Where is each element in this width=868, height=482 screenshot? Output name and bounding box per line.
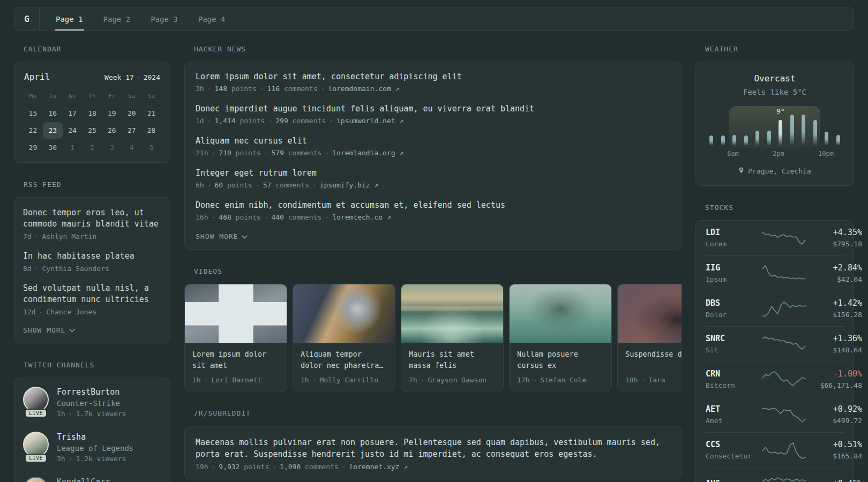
story-title[interactable]: Aliquam nec cursus elit [196,136,670,146]
rss-item-title[interactable]: Donec tempor eros leo, ut commodo mauris… [23,207,161,230]
calendar-widget: April Week 17·2024 MoTuWeThFrSaSu1516171… [14,62,170,163]
calendar-day: 20 [122,105,141,122]
twitch-channel-item[interactable]: LIVETrishaLeague of Legends3h·1.2k viewe… [23,432,161,463]
calendar-week-year: Week 17·2024 [104,73,160,81]
video-thumbnail[interactable] [618,284,682,343]
stock-percent-change: +1.42% [806,298,862,308]
weather-bar [732,135,736,146]
channel-avatar[interactable] [23,387,49,412]
external-link[interactable]: ipsumworld.net ↗ [336,117,403,125]
video-title[interactable]: Suspendisse diam [625,349,682,371]
stock-symbol[interactable]: DBS [706,298,761,308]
stock-row[interactable]: DBSDolor+1.42%$156.28 [705,291,845,326]
weather-bar [744,135,748,146]
stock-sparkline [761,475,806,482]
video-title[interactable]: Aliquam tempor dolor nec pharetra… [301,349,387,371]
section-title-rss: RSS FEED [24,180,170,189]
hackernews-section: HACKER NEWS Lorem ipsum dolor sit amet, … [184,45,682,250]
stock-identity: IIGIpsum [706,263,761,283]
hackernews-show-more-button[interactable]: SHOW MORE [196,232,670,240]
stock-row[interactable]: CRNBitcorn-1.00%$66,171.48 [705,362,845,397]
channel-avatar[interactable] [23,477,49,482]
channel-meta: 1h·1.7k viewers [57,410,126,418]
live-badge: LIVE [26,455,46,462]
stock-row[interactable]: LDILorem+4.35%$795.18 [705,221,845,255]
calendar-day: 19 [102,105,122,122]
story-title[interactable]: Donec enim nibh, condimentum et accumsan… [196,200,670,210]
rss-show-more-button[interactable]: SHOW MORE [23,326,161,334]
external-link[interactable]: loremnet.xyz ↗ [349,463,408,471]
subreddit-post-list: Maecenas mollis pulvinar erat non posuer… [196,436,670,471]
separator-dot: · [35,232,39,240]
separator-dot: · [325,149,329,157]
external-link[interactable]: loremlandia.org ↗ [332,149,403,157]
stock-price: $165.84 [806,452,862,460]
video-card[interactable]: Lorem ipsum dolor sit amet consectetu…1h… [184,284,287,391]
story-time: 21h [196,149,208,157]
nav-tab-page-3[interactable]: Page 3 [148,8,180,30]
channel-info: KendallCarr [57,477,110,482]
channel-name[interactable]: KendallCarr [57,477,110,482]
stock-symbol[interactable]: LDI [706,228,761,237]
video-thumbnail[interactable] [293,284,395,343]
channel-name[interactable]: ForrestBurton [57,387,126,397]
story-title[interactable]: Integer eget rutrum lorem [196,168,670,178]
video-title[interactable]: Lorem ipsum dolor sit amet consectetu… [192,349,279,371]
rss-item-title[interactable]: In hac habitasse platea [23,251,161,262]
channel-name[interactable]: Trisha [57,432,133,442]
story-title[interactable]: Lorem ipsum dolor sit amet, consectetur … [196,72,670,81]
video-card[interactable]: Suspendisse diam18h·Tara [617,284,682,391]
video-thumbnail[interactable] [185,284,287,343]
external-link[interactable]: loremtech.co ↗ [332,213,391,221]
twitch-channel-item[interactable]: KendallCarr [23,477,161,482]
story-title[interactable]: Donec imperdiet augue tincidunt felis al… [196,104,670,114]
stock-identity: CCSConsectetur [706,440,761,460]
hour-label: 10pm [818,150,834,157]
calendar-day: 15 [23,105,43,122]
weather-feels-like: Feels like 5°C [705,88,845,96]
video-title[interactable]: Mauris sit amet massa felis [409,349,496,371]
twitch-channel-item[interactable]: LIVEForrestBurtonCounter-Strike1h·1.7k v… [23,387,161,418]
current-temperature-label: 9° [776,107,785,115]
video-card[interactable]: Mauris sit amet massa felis7h·Grayson Da… [401,284,504,391]
stock-symbol[interactable]: AHS [706,479,761,482]
stock-row[interactable]: IIGIpsum+2.84%$42.04 [705,255,845,291]
rss-list: Donec tempor eros leo, ut commodo mauris… [23,207,161,316]
stock-symbol[interactable]: CRN [706,369,761,379]
hackernews-item: Lorem ipsum dolor sit amet, consectetur … [196,72,670,93]
video-time: 18h [625,376,638,384]
stock-row[interactable]: AHS+0.46% [705,468,845,482]
stock-symbol[interactable]: CCS [706,440,761,449]
stock-row[interactable]: AETAmet+0.92%$499.72 [705,397,845,432]
nav-tab-page-2[interactable]: Page 2 [101,8,133,30]
external-link[interactable]: loremdomain.com ↗ [328,85,399,93]
section-title-calendar: CALENDAR [24,45,170,53]
stock-row[interactable]: CCSConsectetur+0.51%$165.84 [705,432,845,468]
stock-symbol[interactable]: AET [706,404,761,414]
stock-row[interactable]: SNRCSit+1.36%$148.64 [705,326,845,362]
external-link[interactable]: ipsumify.biz ↗ [320,181,379,189]
weather-bar [790,115,794,146]
location-pin-icon [738,167,744,176]
subreddit-post: Maecenas mollis pulvinar erat non posuer… [196,436,670,471]
stock-symbol[interactable]: IIG [706,263,761,273]
video-thumbnail[interactable] [401,284,503,343]
video-card[interactable]: Nullam posuere cursus ex17h·Stefan Cole [509,284,612,391]
app-logo[interactable]: G [14,8,40,30]
video-card[interactable]: Aliquam tempor dolor nec pharetra…1h·Mol… [293,284,395,391]
stock-symbol[interactable]: SNRC [706,334,761,343]
story-meta: 1d·1,414 points·299 comments·ipsumworld.… [196,117,670,125]
top-nav: G Page 1Page 2Page 3Page 4 [14,7,854,31]
stock-change: +4.35%$795.18 [806,228,862,248]
channel-avatar[interactable] [23,432,49,457]
rss-item-title[interactable]: Sed volutpat nulla nisl, a condimentum n… [23,283,161,305]
post-title[interactable]: Maecenas mollis pulvinar erat non posuer… [196,436,670,460]
weather-bar-slot [764,112,775,146]
nav-tab-page-4[interactable]: Page 4 [196,8,228,30]
video-thumbnail[interactable] [510,284,611,343]
hour-label [784,150,796,157]
video-title[interactable]: Nullam posuere cursus ex [517,349,604,371]
section-title-videos: VIDEOS [194,267,682,275]
calendar-header: April Week 17·2024 [24,72,160,82]
nav-tab-page-1[interactable]: Page 1 [54,8,85,30]
